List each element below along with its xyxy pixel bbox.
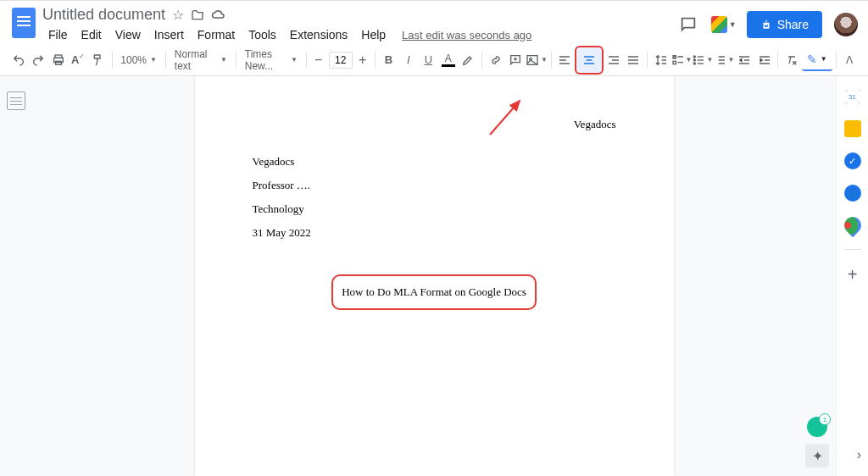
menu-view[interactable]: View xyxy=(109,25,147,44)
show-outline-button[interactable] xyxy=(7,91,25,110)
svg-point-1 xyxy=(765,24,766,25)
svg-rect-8 xyxy=(673,61,676,64)
menu-edit[interactable]: Edit xyxy=(75,25,108,44)
underline-button[interactable]: U xyxy=(419,48,439,72)
align-center-button[interactable] xyxy=(577,48,601,72)
docs-logo[interactable] xyxy=(8,8,39,38)
paragraph-style-dropdown[interactable]: Normal text▼ xyxy=(170,49,232,71)
collapse-toolbar-button[interactable]: ᐱ xyxy=(839,48,860,72)
svg-point-9 xyxy=(694,56,696,58)
svg-rect-4 xyxy=(55,61,61,64)
document-title-text: How to Do MLA Format on Google Docs xyxy=(331,274,537,310)
svg-point-11 xyxy=(694,63,696,64)
hide-side-panel-button[interactable]: › xyxy=(857,447,861,462)
cloud-saved-icon[interactable] xyxy=(211,8,226,23)
decrease-font-size-button[interactable]: − xyxy=(310,52,327,69)
comments-history-button[interactable] xyxy=(676,12,701,37)
body-line-4: 31 May 2022 xyxy=(253,222,616,244)
toolbar: A✓ 100%▼ Normal text▼ Times New...▼ − + … xyxy=(0,44,868,76)
clear-formatting-button[interactable] xyxy=(782,48,802,72)
menu-extensions[interactable]: Extensions xyxy=(284,25,353,44)
running-header: Vegadocs xyxy=(253,113,616,136)
align-left-button[interactable] xyxy=(555,48,576,72)
align-right-button[interactable] xyxy=(604,48,624,72)
font-family-dropdown[interactable]: Times New...▼ xyxy=(240,49,303,71)
svg-point-10 xyxy=(694,59,696,61)
menu-help[interactable]: Help xyxy=(355,25,392,44)
highlight-color-button[interactable] xyxy=(459,48,479,72)
insert-link-button[interactable] xyxy=(486,48,506,72)
side-panel: + xyxy=(836,76,868,476)
font-size-control: − + xyxy=(310,52,371,69)
body-line-1: Vegadocs xyxy=(253,151,616,173)
star-icon[interactable]: ☆ xyxy=(172,7,184,23)
align-justify-button[interactable] xyxy=(624,48,644,72)
menu-tools[interactable]: Tools xyxy=(242,25,282,44)
account-avatar[interactable] xyxy=(832,11,860,38)
explore-button[interactable]: ✦ xyxy=(805,444,829,468)
decrease-indent-button[interactable] xyxy=(734,48,754,72)
content-area: Vegadocs Vegadocs Professor …. Technolog… xyxy=(0,76,868,476)
calendar-icon[interactable] xyxy=(844,88,861,105)
move-icon[interactable] xyxy=(191,8,204,22)
add-comment-button[interactable] xyxy=(505,48,526,72)
editing-mode-dropdown[interactable]: ✎▼ xyxy=(802,49,832,71)
zoom-dropdown[interactable]: 100%▼ xyxy=(115,49,162,71)
maps-icon[interactable] xyxy=(840,213,864,237)
keep-icon[interactable] xyxy=(844,120,861,137)
meet-button[interactable]: ▼ xyxy=(711,12,737,37)
undo-button[interactable] xyxy=(8,48,29,72)
document-title[interactable]: Untitled document xyxy=(42,6,165,24)
italic-button[interactable]: I xyxy=(398,48,419,72)
print-button[interactable] xyxy=(48,48,69,72)
share-label: Share xyxy=(777,18,809,31)
text-color-button[interactable]: A xyxy=(438,48,459,72)
bulleted-list-button[interactable]: ▼ xyxy=(692,48,713,72)
last-edit-link[interactable]: Last edit was seconds ago xyxy=(402,29,531,42)
menubar: File Edit View Insert Format Tools Exten… xyxy=(42,25,676,44)
increase-font-size-button[interactable]: + xyxy=(354,52,371,69)
body-line-3: Technology xyxy=(253,198,616,220)
contacts-icon[interactable] xyxy=(844,185,861,202)
menu-file[interactable]: File xyxy=(42,25,74,44)
bold-button[interactable]: B xyxy=(379,48,399,72)
redo-button[interactable] xyxy=(29,48,49,72)
share-button[interactable]: Share xyxy=(747,11,822,38)
app-header: Untitled document ☆ File Edit View Inser… xyxy=(0,1,868,44)
menu-format[interactable]: Format xyxy=(192,25,241,44)
line-spacing-button[interactable] xyxy=(651,48,671,72)
body-line-2: Professor …. xyxy=(253,174,616,196)
menu-insert[interactable]: Insert xyxy=(148,25,190,44)
grammarly-icon[interactable] xyxy=(807,417,827,437)
align-center-annotation xyxy=(575,46,604,75)
increase-indent-button[interactable] xyxy=(754,48,775,72)
font-size-input[interactable] xyxy=(329,52,353,69)
tasks-icon[interactable] xyxy=(844,152,861,169)
document-page[interactable]: Vegadocs Vegadocs Professor …. Technolog… xyxy=(195,76,674,476)
numbered-list-button[interactable]: ▼ xyxy=(713,48,734,72)
paint-format-button[interactable] xyxy=(88,48,108,72)
checklist-button[interactable]: ▼ xyxy=(671,48,693,72)
insert-image-button[interactable]: ▼ xyxy=(526,48,548,72)
get-addons-button[interactable]: + xyxy=(848,265,858,285)
spellcheck-button[interactable]: A✓ xyxy=(69,48,89,72)
